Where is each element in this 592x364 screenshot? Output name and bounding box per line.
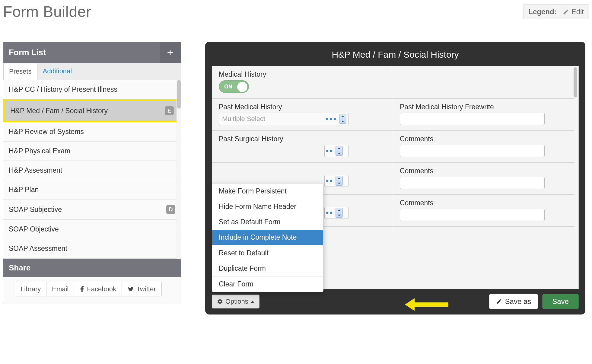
stepper-icon[interactable]	[336, 146, 343, 156]
form-list-item-label: SOAP Subjective	[9, 206, 62, 214]
tab-additional[interactable]: Additional	[37, 63, 78, 80]
form-list-item[interactable]: H&P Physical Exam	[3, 142, 181, 161]
form-list-item[interactable]: SOAP Assessment	[3, 239, 181, 258]
form-list-item-label: H&P Med / Fam / Social History	[10, 107, 108, 115]
comments-input-1[interactable]	[400, 145, 545, 157]
past-medical-history-select[interactable]: Multiple Select •••	[219, 113, 349, 125]
form-list-item-badge: D	[166, 205, 175, 214]
form-list-item-label: H&P Plan	[9, 186, 39, 194]
history-select-3[interactable]: ••	[324, 175, 349, 187]
editor-scrollbar-thumb[interactable]	[574, 67, 577, 97]
medical-history-toggle[interactable]: ON	[219, 80, 249, 93]
form-list-item[interactable]: H&P Review of Systems	[3, 122, 181, 142]
scrollbar-thumb[interactable]	[177, 80, 181, 109]
pencil-icon	[563, 9, 569, 15]
share-facebook-button[interactable]: Facebook	[74, 282, 122, 296]
menu-hide-header[interactable]: Hide Form Name Header	[212, 199, 323, 214]
pmh-freewrite-input[interactable]	[400, 113, 545, 125]
field-comments-label: Comments	[400, 167, 568, 175]
form-list-item[interactable]: SOAP Objective	[3, 220, 181, 239]
past-surgical-history-select[interactable]: ••	[324, 145, 349, 157]
menu-clear-form[interactable]: Clear Form	[212, 276, 323, 292]
pencil-icon	[496, 299, 502, 305]
form-list-item[interactable]: SOAP SubjectiveD	[3, 200, 181, 220]
drag-dots-icon: •••	[326, 114, 337, 124]
add-form-button[interactable]	[160, 42, 181, 63]
form-list-item-label: SOAP Objective	[9, 225, 59, 233]
plus-icon	[166, 48, 175, 57]
menu-duplicate-form[interactable]: Duplicate Form	[212, 261, 323, 276]
form-list-scrollbar[interactable]	[177, 80, 181, 259]
field-comments-label: Comments	[400, 199, 568, 207]
tab-presets[interactable]: Presets	[3, 63, 37, 80]
menu-reset-default[interactable]: Reset to Default	[212, 245, 323, 261]
field-past-medical-history-label: Past Medical History	[219, 103, 386, 111]
field-pmh-freewrite-label: Past Medical History Freewrite	[400, 103, 568, 111]
comments-input-2[interactable]	[400, 177, 545, 189]
editor-title: H&P Med / Fam / Social History	[212, 48, 579, 66]
options-button[interactable]: Options	[212, 295, 259, 308]
drag-dots-icon: ••	[326, 176, 334, 186]
gear-icon	[217, 299, 223, 305]
form-list-item-label: SOAP Assessment	[9, 244, 67, 253]
stepper-icon[interactable]	[336, 208, 343, 218]
share-twitter-button[interactable]: Twitter	[122, 282, 162, 296]
save-as-button[interactable]: Save as	[489, 294, 538, 309]
form-list-item-label: H&P CC / History of Present Illness	[9, 85, 117, 94]
form-list-item-label: H&P Physical Exam	[9, 147, 70, 155]
form-list-item-badge: E	[165, 106, 174, 115]
share-library-button[interactable]: Library	[15, 282, 46, 296]
field-comments-label: Comments	[400, 135, 568, 143]
legend-label: Legend:	[528, 8, 556, 16]
save-button[interactable]: Save	[542, 294, 579, 309]
form-list-item-label: H&P Review of Systems	[9, 128, 84, 136]
form-list-item[interactable]: H&P Assessment	[3, 161, 181, 180]
caret-up-icon	[251, 301, 254, 303]
history-select-4[interactable]: ••	[324, 207, 349, 219]
menu-include-complete-note[interactable]: Include in Complete Note	[212, 230, 323, 245]
menu-make-persistent[interactable]: Make Form Persistent	[212, 184, 323, 199]
drag-dots-icon: ••	[326, 146, 334, 156]
twitter-icon	[127, 286, 134, 292]
drag-dots-icon: ••	[326, 208, 334, 218]
share-email-button[interactable]: Email	[46, 282, 74, 296]
facebook-icon	[80, 286, 84, 292]
comments-input-3[interactable]	[400, 209, 545, 221]
menu-set-default[interactable]: Set as Default Form	[212, 214, 323, 230]
legend-edit-button[interactable]: Edit	[563, 8, 584, 16]
form-editor-panel: H&P Med / Fam / Social History Medical H…	[205, 42, 585, 315]
form-list-panel: Form List Presets Additional H&P CC / Hi…	[3, 42, 181, 304]
legend-box: Legend: Edit	[523, 4, 589, 19]
form-list-item[interactable]: H&P CC / History of Present Illness	[3, 80, 181, 99]
annotation-arrow	[405, 298, 450, 310]
share-title: Share	[3, 259, 181, 277]
page-title: Form Builder	[3, 3, 91, 21]
options-menu: Make Form Persistent Hide Form Name Head…	[212, 183, 323, 292]
form-list-item[interactable]: H&P Med / Fam / Social HistoryE	[3, 99, 181, 122]
form-list-item-label: H&P Assessment	[9, 166, 62, 174]
field-medical-history-label: Medical History	[219, 70, 386, 78]
stepper-icon[interactable]	[339, 114, 346, 124]
stepper-icon[interactable]	[336, 176, 343, 186]
field-past-surgical-history-label: Past Surgical History	[219, 135, 386, 143]
form-list-item[interactable]: H&P Plan	[3, 180, 181, 200]
form-list-title: Form List	[9, 48, 46, 57]
